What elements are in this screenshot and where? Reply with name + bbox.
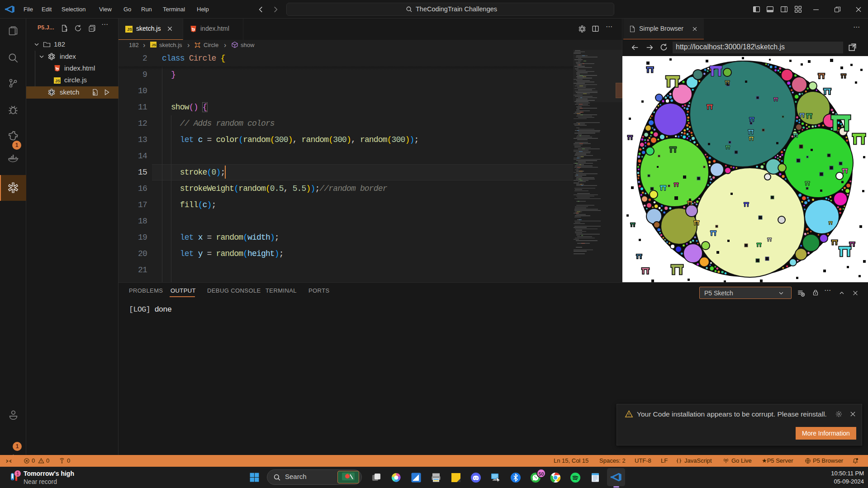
svg-text:1: 1 <box>16 471 19 476</box>
